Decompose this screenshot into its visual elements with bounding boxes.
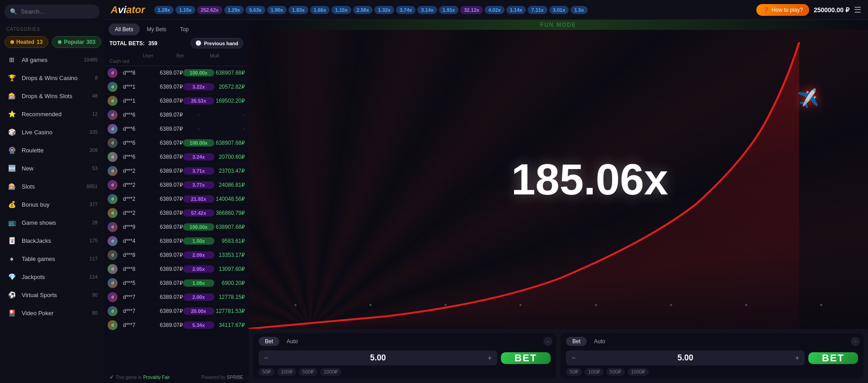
recommended-label: Recommended <box>22 111 88 118</box>
bonus-buy-count: 377 <box>90 202 98 207</box>
canvas-area: FUN MODE 185.06x ✈️ <box>249 20 868 383</box>
sidebar-item-new[interactable]: 🆕 New 53 <box>0 159 104 177</box>
auto-tab-1[interactable]: Auto <box>280 337 304 346</box>
mult-badge-2: 26.53x <box>183 97 214 104</box>
mult-pill-16[interactable]: 1.14x <box>506 6 526 14</box>
sidebar-item-game-shows[interactable]: 📺 Game shows 28 <box>0 213 104 232</box>
cashout-1: 20572.82₽ <box>214 84 245 90</box>
mult-pill-14[interactable]: 32.12x <box>460 6 483 14</box>
all-games-count: 10485 <box>84 57 98 62</box>
bet-amount-16: 6389.07₽ <box>152 294 184 300</box>
timeline-dot-7 <box>820 304 822 306</box>
auto-tab-2[interactable]: Auto <box>588 337 612 346</box>
mult-pill-8[interactable]: 1.15x <box>331 6 351 14</box>
table-row: d d***9 6389.07₽ 100.00x 638907.68₽ <box>104 220 249 234</box>
qa-100-2[interactable]: 100₽ <box>585 368 603 376</box>
timeline-dot-1 <box>369 304 372 306</box>
prev-hand-button[interactable]: 🕐 Previous hand <box>190 38 243 48</box>
bets-header: User Bet Mult Cash out <box>104 51 249 66</box>
sidebar-item-virtual-sports[interactable]: ⚽ Virtual Sports 90 <box>0 286 104 304</box>
pf-link[interactable]: Provably Fair <box>143 375 170 380</box>
bet-panel-2-tabs: Bet Auto <box>566 337 858 346</box>
tab-top[interactable]: Top <box>174 24 195 35</box>
sidebar-item-blackjacks[interactable]: 🃏 BlackJacks 175 <box>0 232 104 250</box>
bet-tab-1[interactable]: Bet <box>259 337 279 346</box>
sidebar-item-roulette[interactable]: 🎡 Roulette 209 <box>0 141 104 159</box>
sidebar-item-all-games[interactable]: ⊞ All games 10485 <box>0 51 104 69</box>
mult-pill-12[interactable]: 3.14x <box>417 6 437 14</box>
mult-pill-4[interactable]: 5.63x <box>245 6 265 14</box>
sidebar-item-live-casino[interactable]: 🎲 Live Casino 335 <box>0 123 104 141</box>
tab-my-bets[interactable]: My Bets <box>141 24 173 35</box>
mult-badge-8: 3.77x <box>183 181 214 189</box>
mult-pill-6[interactable]: 1.83x <box>288 6 308 14</box>
increase-btn-1[interactable]: + <box>488 355 492 362</box>
bet-button-2[interactable]: BET <box>808 352 858 364</box>
history-icon: 🕐 <box>195 40 202 46</box>
tab-all-bets[interactable]: All Bets <box>108 24 140 35</box>
user-3: d***6 <box>121 112 152 118</box>
qa-50-1[interactable]: 50₽ <box>259 368 274 376</box>
collapse-btn-1[interactable]: − <box>543 337 552 346</box>
table-games-count: 117 <box>90 256 98 261</box>
bet-amount-7: 6389.07₽ <box>152 168 184 174</box>
mult-pill-0[interactable]: 1.28x <box>154 6 174 14</box>
sidebar-item-drops-wins-slots[interactable]: 🎰 Drops & Wins Slots 48 <box>0 87 104 105</box>
sidebar-item-jackpots[interactable]: 💎 Jackpots 114 <box>0 268 104 286</box>
sidebar-item-bonus-buy[interactable]: 💰 Bonus buy 377 <box>0 195 104 213</box>
mult-badge-6: 3.24x <box>183 153 214 161</box>
heated-badge[interactable]: Heated 13 <box>5 36 48 48</box>
how-to-button[interactable]: ❓ How to play? <box>756 4 809 16</box>
sidebar-item-table-games[interactable]: ♠ Table games 117 <box>0 250 104 268</box>
user-8: d***2 <box>121 182 152 188</box>
table-row: d d***6 6389.07₽ 3.24x 20700.60₽ <box>104 150 249 164</box>
bet-input-box-2[interactable]: − 5.00 + <box>566 350 805 365</box>
mult-pill-2[interactable]: 252.62x <box>197 6 222 14</box>
avatar-9: d <box>108 194 118 204</box>
drops-wins-casino-icon: 🏆 <box>6 72 17 83</box>
mult-pill-18[interactable]: 3.01x <box>549 6 569 14</box>
qa-500-2[interactable]: 500₽ <box>606 368 625 376</box>
mult-pill-5[interactable]: 1.90x <box>267 6 287 14</box>
bet-tab-2[interactable]: Bet <box>566 337 587 346</box>
search-input[interactable] <box>21 8 94 15</box>
increase-btn-2[interactable]: + <box>795 355 799 362</box>
qa-50-2[interactable]: 50₽ <box>566 368 582 376</box>
qa-1000-2[interactable]: 1000₽ <box>627 368 649 376</box>
mult-pill-9[interactable]: 2.58x <box>353 6 373 14</box>
qa-100-1[interactable]: 100₽ <box>277 368 296 376</box>
mult-pill-10[interactable]: 1.32x <box>374 6 394 14</box>
mult-badge-15: 1.08x <box>183 279 214 287</box>
sidebar-item-recommended[interactable]: ⭐ Recommended 12 <box>0 105 104 123</box>
mult-pill-7[interactable]: 1.66x <box>310 6 330 14</box>
bet-input-box-1[interactable]: − 5.00 + <box>259 350 497 365</box>
table-row: d d***6 6389.07₽ 100.00x 638907.68₽ <box>104 136 249 150</box>
qa-1000-1[interactable]: 1000₽ <box>320 368 341 376</box>
mult-pill-3[interactable]: 1.29x <box>224 6 244 14</box>
bet-button-1[interactable]: BET <box>501 352 551 364</box>
roulette-count: 209 <box>90 147 98 153</box>
qa-500-1[interactable]: 500₽ <box>299 368 317 376</box>
sidebar-item-slots[interactable]: 🎰 Slots 8851 <box>0 177 104 195</box>
mult-pill-15[interactable]: 4.02x <box>485 6 505 14</box>
popular-badge[interactable]: Popular 303 <box>52 36 101 48</box>
mult-pill-19[interactable]: 1.5x <box>571 6 587 14</box>
sidebar-item-drops-wins-casino[interactable]: 🏆 Drops & Wins Casino 8 <box>0 69 104 87</box>
decrease-btn-2[interactable]: − <box>571 355 576 362</box>
mult-badge-16: 2.00x <box>183 293 214 301</box>
mult-badge-17: 20.00x <box>183 307 214 315</box>
mult-pill-11[interactable]: 3.74x <box>396 6 416 14</box>
live-casino-icon: 🎲 <box>6 127 17 137</box>
collapse-btn-2[interactable]: − <box>851 337 860 346</box>
search-bar[interactable]: 🔍 <box>5 5 99 19</box>
mult-pill-17[interactable]: 7.11x <box>528 6 547 14</box>
sidebar-item-video-poker[interactable]: 🎴 Video Poker 80 <box>0 304 104 322</box>
decrease-btn-1[interactable]: − <box>264 355 268 362</box>
timeline-dot-2 <box>444 304 447 306</box>
mult-pill-1[interactable]: 1.15x <box>175 6 195 14</box>
bets-tabs: All Bets My Bets Top <box>104 20 249 35</box>
bet-input-row-1: − 5.00 + BET <box>259 350 551 365</box>
menu-icon[interactable]: ☰ <box>854 5 861 15</box>
bet-amount-18: 6389.07₽ <box>152 322 184 328</box>
mult-pill-13[interactable]: 1.91x <box>439 6 459 14</box>
